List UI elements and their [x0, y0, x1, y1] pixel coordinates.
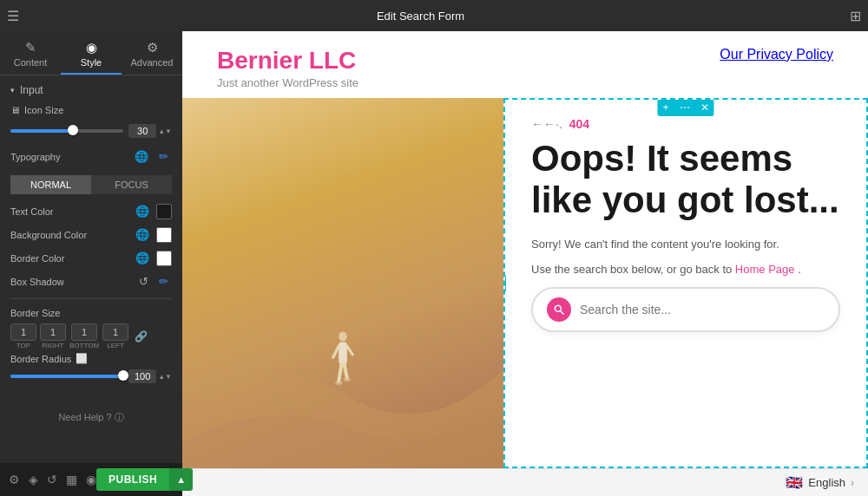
border-link-toggle[interactable]: 🔗 — [132, 330, 150, 343]
border-radius-slider-row: 100 ▲▼ — [10, 369, 172, 383]
tab-style[interactable]: ◉ Style — [61, 31, 122, 75]
privacy-policy-link[interactable]: Our Privacy Policy — [720, 47, 833, 62]
section-toggle[interactable]: ▾ Input — [10, 84, 172, 96]
border-radius-slider[interactable] — [10, 375, 123, 378]
box-shadow-edit-btn[interactable]: ✏ — [155, 273, 172, 290]
border-color-actions: 🌐 — [132, 250, 172, 266]
border-radius-thumb[interactable] — [118, 370, 128, 381]
publish-dropdown-button[interactable]: ▲ — [169, 468, 193, 491]
widget-side-handle[interactable]: ▐ — [503, 275, 506, 291]
top-bar: ☰ Edit Search Form ⊞ — [0, 0, 868, 31]
need-help-link[interactable]: Need Help ? ⓘ — [0, 397, 182, 438]
border-right-input: RIGHT — [40, 323, 66, 349]
border-right-value[interactable] — [40, 323, 66, 341]
site-tagline: Just another WordPress site — [217, 76, 358, 89]
border-right-label: RIGHT — [43, 342, 64, 349]
settings-bottom-icon[interactable]: ⚙ — [9, 473, 20, 486]
border-color-label: Border Color — [10, 253, 64, 264]
preview-pane: Bernier LLC Just another WordPress site … — [182, 31, 868, 496]
box-shadow-reset-btn[interactable]: ↺ — [135, 273, 152, 290]
border-left-input: LEFT — [102, 323, 128, 349]
bottom-icon-group: ⚙ ◈ ↺ ▦ ◉ — [9, 473, 96, 486]
border-radius-icon: ⬜ — [76, 353, 88, 364]
border-top-label: TOP — [16, 342, 30, 349]
site-nav: Our Privacy Policy — [720, 47, 833, 62]
language-chevron-icon: › — [851, 477, 854, 489]
bg-color-globe-btn[interactable]: 🌐 — [132, 226, 153, 243]
publish-button[interactable]: PUBLISH — [96, 468, 169, 491]
text-color-label: Text Color — [10, 206, 54, 217]
bg-color-row: Background Color 🌐 — [10, 226, 172, 243]
top-bar-title: Edit Search Form — [0, 10, 843, 23]
box-shadow-row: Box Shadow ↺ ✏ — [10, 273, 172, 290]
border-radius-label: Border Radius ⬜ — [10, 353, 88, 364]
border-left-value[interactable] — [102, 323, 128, 341]
typography-label: Typography — [10, 152, 60, 162]
widget-close-btn[interactable]: ✕ — [695, 99, 714, 116]
content-tab-icon: ✎ — [3, 40, 57, 55]
bg-color-swatch[interactable] — [156, 227, 172, 243]
typography-edit-btn[interactable]: ✏ — [155, 148, 172, 165]
border-color-swatch[interactable] — [156, 251, 172, 266]
search-input[interactable] — [580, 303, 825, 317]
border-radius-value-group: 100 ▲▼ — [128, 369, 172, 383]
border-top-input: TOP — [10, 323, 36, 349]
typography-row: Typography 🌐 ✏ — [10, 148, 172, 165]
language-label: English — [808, 476, 845, 489]
help-icon: ⓘ — [115, 412, 124, 422]
divider-1 — [10, 298, 172, 299]
widget-move-btn[interactable]: ⋯ — [674, 99, 695, 116]
widget-add-btn[interactable]: + — [657, 99, 674, 116]
text-color-globe-btn[interactable]: 🌐 — [132, 203, 153, 219]
border-bottom-label: BOTTOM — [69, 342, 99, 349]
home-page-link[interactable]: Home Page — [735, 263, 795, 276]
border-bottom-input: BOTTOM — [69, 323, 99, 349]
typography-globe-btn[interactable]: 🌐 — [131, 148, 152, 165]
text-color-swatch[interactable] — [156, 204, 172, 219]
slider-value: 30 ▲▼ — [128, 124, 172, 138]
normal-state-btn[interactable]: NORMAL — [10, 175, 91, 194]
slider-thumb[interactable] — [68, 125, 78, 135]
publish-group: PUBLISH ▲ — [96, 468, 193, 491]
error-code: 404 — [569, 117, 589, 131]
language-selector[interactable]: 🇬🇧 English › — [786, 474, 854, 491]
border-bottom-value[interactable] — [71, 323, 97, 341]
tab-content[interactable]: ✎ Content — [0, 31, 61, 75]
bg-color-actions: 🌐 — [132, 226, 172, 243]
state-toggle-group: NORMAL FOCUS — [10, 175, 172, 194]
focus-state-btn[interactable]: FOCUS — [91, 175, 172, 194]
sidebar-tabs: ✎ Content ◉ Style ⚙ Advanced — [0, 31, 182, 75]
grid-bottom-icon[interactable]: ▦ — [66, 473, 77, 486]
layers-bottom-icon[interactable]: ◈ — [29, 473, 38, 486]
slider-step-arrows[interactable]: ▲▼ — [158, 127, 172, 135]
svg-line-9 — [561, 310, 564, 314]
preview-content: + ⋯ ✕ ▐ ←←·. 404 Oops! It seems like you… — [182, 98, 868, 468]
section-title: Input — [20, 84, 43, 96]
error-heading: Oops! It seems like you got lost... — [531, 138, 840, 222]
tab-advanced[interactable]: ⚙ Advanced — [122, 31, 182, 75]
history-bottom-icon[interactable]: ↺ — [47, 473, 57, 486]
search-icon-circle — [547, 297, 571, 322]
border-inputs-group: TOP RIGHT BOTTOM LEFT 🔗 — [10, 323, 172, 349]
border-top-value[interactable] — [10, 323, 36, 341]
bg-color-label: Background Color — [10, 230, 87, 240]
icon-size-slider[interactable] — [10, 129, 123, 133]
site-branding: Bernier LLC Just another WordPress site — [217, 47, 358, 89]
style-tab-icon: ◉ — [64, 40, 118, 55]
border-radius-row: Border Radius ⬜ — [10, 353, 172, 364]
eye-bottom-icon[interactable]: ◉ — [86, 473, 96, 486]
tab-advanced-label: Advanced — [131, 57, 174, 68]
section-arrow: ▾ — [10, 86, 15, 95]
border-size-label: Border Size — [10, 308, 172, 318]
border-radius-input[interactable]: 100 — [128, 369, 156, 383]
border-radius-step-arrows[interactable]: ▲▼ — [158, 373, 172, 381]
icon-size-row: 🖥 Icon Size — [10, 105, 172, 115]
input-section: ▾ Input 🖥 Icon Size 30 ▲▼ — [0, 75, 182, 397]
icon-size-input[interactable]: 30 — [128, 124, 156, 138]
main-layout: ✎ Content ◉ Style ⚙ Advanced ▾ Input 🖥 — [0, 31, 868, 496]
grid-icon[interactable]: ⊞ — [850, 8, 861, 24]
border-color-globe-btn[interactable]: 🌐 — [132, 250, 153, 266]
error-desc-2: Use the search box below, or go back to … — [531, 261, 840, 278]
error-desc-1: Sorry! We can't find the content you're … — [531, 236, 840, 253]
error-content: + ⋯ ✕ ▐ ←←·. 404 Oops! It seems like you… — [503, 98, 868, 468]
